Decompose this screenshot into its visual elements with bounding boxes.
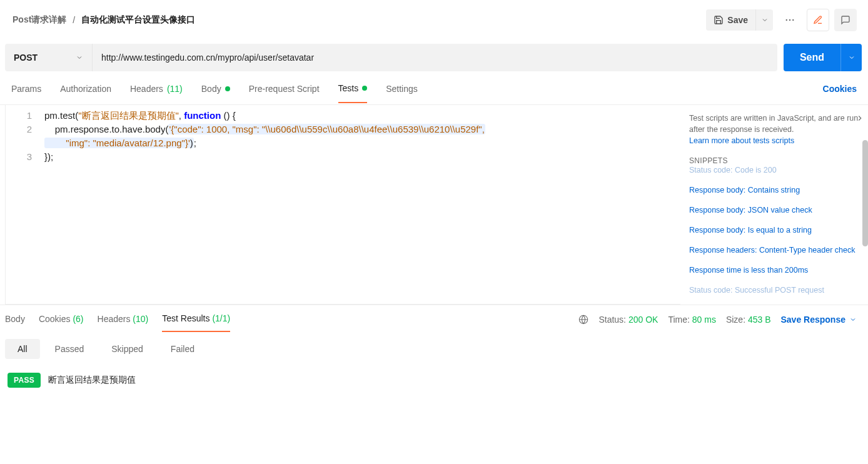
response-tab-label: Cookies [39,314,71,324]
code-token: "断言返回结果是预期值" [78,110,179,121]
snippet-item[interactable]: Response body: Contains string [689,180,859,200]
tab-prereq-label: Pre-request Script [249,84,320,94]
globe-icon[interactable] [578,315,588,325]
code-token: , [179,110,184,121]
learn-more-link[interactable]: Learn more about tests scripts [689,136,859,145]
response-tab-label: Body [5,314,25,324]
filter-skipped[interactable]: Skipped [99,339,156,359]
code-token: () { [221,110,235,121]
tab-authorization[interactable]: Authorization [60,84,111,103]
response-tab-count: (6) [73,314,83,324]
http-method-value: POST [14,53,38,63]
tab-body[interactable]: Body [201,84,230,103]
send-dropdown[interactable] [840,44,862,71]
tab-headers-label: Headers [130,84,163,94]
tab-params[interactable]: Params [11,84,41,103]
response-tab-label: Test Results [162,313,209,323]
tab-settings-label: Settings [386,84,418,94]
response-tab-label: Headers [98,314,131,324]
code-content[interactable]: pm.test("断言返回结果是预期值", function () { pm.r… [43,105,680,304]
cookies-link[interactable]: Cookies [823,84,857,103]
response-status: Status: 200 OK [598,315,658,325]
svg-point-2 [792,19,794,21]
send-button-label: Send [800,52,824,63]
request-url-row: POST http://www.testingedu.com.cn/mypro/… [0,40,868,75]
tab-pre-request-script[interactable]: Pre-request Script [249,84,320,103]
request-url-input[interactable]: http://www.testingedu.com.cn/mypro/api/u… [93,44,777,71]
line-gutter: 1 2 3 [6,105,43,304]
collapse-sidebar-button[interactable] [855,114,864,123]
right-toolbox [807,9,857,31]
method-url-field: POST http://www.testingedu.com.cn/mypro/… [5,44,777,71]
breadcrumb-current: 自动化测试平台设置头像接口 [81,14,195,26]
filter-passed[interactable]: Passed [43,339,97,359]
response-tab-test-results[interactable]: Test Results (1/1) [162,313,230,332]
test-result-name: 断言返回结果是预期值 [48,375,136,386]
line-number-blank [9,136,32,150]
time-value: 80 ms [692,315,716,325]
tab-settings[interactable]: Settings [386,84,418,103]
tab-authorization-label: Authorization [60,84,111,94]
line-number: 2 [9,123,32,136]
tab-tests[interactable]: Tests [338,83,368,103]
response-tab-cookies[interactable]: Cookies (6) [39,314,84,331]
code-token: '{"code": 1000, "msg": "\\u606d\\u559c\\… [169,124,484,134]
svg-point-0 [786,19,787,21]
test-result-filters: All Passed Skipped Failed [0,334,868,364]
save-button[interactable]: Save [706,9,755,31]
chevron-down-icon [849,316,857,323]
breadcrumb-parent[interactable]: Post请求详解 [13,14,66,26]
response-tab-body[interactable]: Body [5,314,25,331]
save-button-label: Save [727,15,748,25]
tab-body-label: Body [201,84,221,94]
response-size: Size: 453 B [726,315,771,325]
size-value: 453 B [748,315,771,325]
tab-headers-count: (11) [167,84,183,94]
send-button[interactable]: Send [784,44,840,71]
snippet-item[interactable]: Response body: JSON value check [689,200,859,220]
request-url-value: http://www.testingedu.com.cn/mypro/api/u… [101,53,314,63]
ellipsis-icon [784,14,795,26]
pencil-icon [813,15,823,25]
response-tab-headers[interactable]: Headers (10) [98,314,149,331]
snippet-item[interactable]: Response body: Is equal to a string [689,220,859,240]
breadcrumb: Post请求详解 / 自动化测试平台设置头像接口 [13,14,195,26]
more-actions-button[interactable] [779,9,800,31]
status-label: Status: [598,315,626,325]
save-dropdown[interactable] [755,9,773,31]
filter-failed[interactable]: Failed [158,339,207,359]
tab-headers[interactable]: Headers (11) [130,84,183,103]
code-token: function [184,110,221,121]
comment-icon [840,15,850,25]
edit-button[interactable] [807,9,829,31]
breadcrumb-separator: / [73,15,75,25]
filter-all[interactable]: All [5,339,40,359]
save-response-button[interactable]: Save Response [781,315,857,325]
chevron-down-icon [848,54,855,61]
svg-point-1 [789,19,790,21]
comments-button[interactable] [834,9,857,31]
chevron-down-icon [76,54,83,61]
response-tab-count: (10) [133,314,148,324]
snippets-sidebar: Test scripts are written in JavaScript, … [680,105,868,305]
snippet-item[interactable]: Response headers: Content-Type header ch… [689,240,859,260]
snippet-item[interactable]: Status code: Successful POST request [689,280,859,300]
response-meta: Status: 200 OK Time: 80 ms Size: 453 B S… [578,315,857,331]
line-number: 3 [9,150,32,164]
code-editor[interactable]: 1 2 3 pm.test("断言返回结果是预期值", function () … [5,105,680,305]
pass-badge: PASS [8,373,41,388]
send-button-group: Send [784,44,862,71]
save-button-group: Save [706,9,773,31]
top-bar-actions: Save [706,9,857,31]
response-tabs: Body Cookies (6) Headers (10) Test Resul… [0,305,868,334]
response-tab-count: (1/1) [212,313,230,323]
code-token: ; [194,138,196,148]
http-method-select[interactable]: POST [5,44,93,71]
dot-icon [225,86,230,91]
editor-scrollbar[interactable] [862,140,868,305]
scrollbar-thumb[interactable] [862,140,868,246]
snippet-item[interactable]: Response time is less than 200ms [689,260,859,280]
snippets-list: Status code: Code is 200 Response body: … [689,160,859,300]
request-tabs: Params Authorization Headers (11) Body P… [0,75,868,105]
tab-params-label: Params [11,84,41,94]
